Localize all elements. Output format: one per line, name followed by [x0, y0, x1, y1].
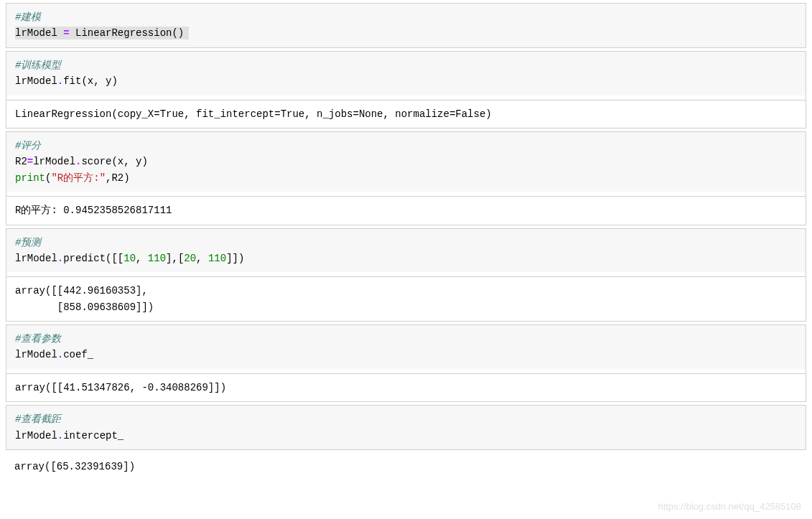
code-number: 10: [123, 253, 136, 264]
notebook-cell-4[interactable]: #预测 lrModel.predict([[10, 110],[20, 110]…: [6, 228, 806, 322]
code-text: score(x, y): [81, 156, 147, 167]
code-input-5[interactable]: #查看参数 lrModel.coef_: [6, 325, 806, 369]
code-text: ,: [196, 253, 208, 264]
code-operator: .: [57, 349, 63, 360]
code-text: intercept_: [63, 430, 123, 441]
code-output-5: array([[41.51347826, -0.34088269]]): [6, 373, 806, 401]
code-operator: .: [57, 75, 63, 87]
code-text: lrModel: [15, 27, 63, 39]
code-number: 110: [208, 253, 226, 264]
code-text: predict([[: [63, 253, 123, 264]
code-output-3: R的平方: 0.9452358526817111: [6, 196, 806, 224]
code-text: lrModel: [15, 430, 57, 441]
code-comment: #建模: [15, 11, 41, 23]
code-comment: #查看截距: [15, 413, 61, 425]
code-input-3[interactable]: #评分 R2=lrModel.score(x, y) print("R的平方:"…: [6, 132, 806, 192]
code-text: ,: [136, 253, 148, 264]
code-text: R2: [15, 156, 27, 167]
code-output-2: LinearRegression(copy_X=True, fit_interc…: [6, 100, 806, 128]
code-text: LinearRegression(): [70, 27, 185, 39]
code-operator: .: [57, 430, 63, 441]
code-input-6[interactable]: #查看截距 lrModel.intercept_: [6, 406, 806, 449]
code-comment: #训练模型: [15, 60, 61, 71]
code-comment: #查看参数: [15, 333, 61, 345]
code-output-4: array([[442.96160353], [858.09638609]]): [6, 276, 806, 321]
code-operator: =: [63, 27, 69, 39]
code-number: 110: [148, 253, 166, 264]
notebook-cell-6[interactable]: #查看截距 lrModel.intercept_: [6, 405, 806, 450]
code-input-1[interactable]: #建模lrModel = LinearRegression(): [6, 4, 806, 47]
code-text: lrModel: [15, 253, 57, 264]
code-input-4[interactable]: #预测 lrModel.predict([[10, 110],[20, 110]…: [6, 229, 806, 273]
code-string: "R的平方:": [51, 172, 106, 184]
notebook-cell-3[interactable]: #评分 R2=lrModel.score(x, y) print("R的平方:"…: [6, 131, 806, 225]
code-text: ,R2): [106, 172, 130, 184]
code-text: ],[: [166, 253, 184, 264]
code-comment: #预测: [15, 237, 41, 248]
code-text: lrModel: [33, 156, 75, 167]
code-text: coef_: [63, 349, 93, 360]
code-text: fit(x, y): [63, 75, 118, 87]
code-number: 20: [184, 253, 196, 264]
notebook-cell-5[interactable]: #查看参数 lrModel.coef_ array([[41.51347826,…: [6, 324, 806, 402]
code-builtin: print: [15, 172, 45, 184]
code-text: lrModel: [15, 349, 57, 360]
code-input-2[interactable]: #训练模型 lrModel.fit(x, y): [6, 52, 806, 95]
code-operator: .: [57, 253, 63, 264]
code-text: ]]): [226, 253, 244, 264]
notebook-cell-1[interactable]: #建模lrModel = LinearRegression(): [6, 3, 806, 48]
code-operator: =: [27, 156, 33, 167]
code-comment: #评分: [15, 140, 41, 151]
code-output-6: array([65.32391639]): [6, 453, 806, 480]
notebook-cell-2[interactable]: #训练模型 lrModel.fit(x, y) LinearRegression…: [6, 51, 806, 128]
code-text: lrModel: [15, 75, 57, 87]
